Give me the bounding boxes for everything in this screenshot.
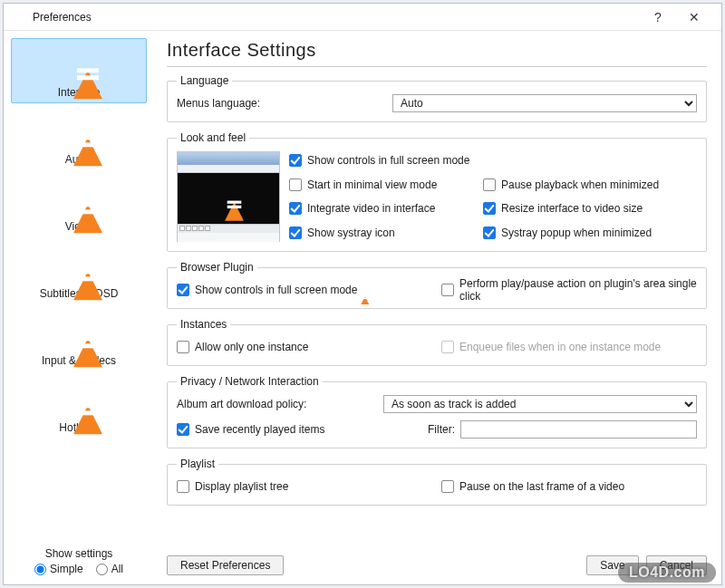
group-legend: Instances [177,318,230,331]
menus-language-select[interactable]: Auto [392,94,697,112]
interface-preview-image [177,151,280,242]
radio-all[interactable]: All [96,563,123,575]
checkbox-plugin-single-click[interactable]: Perform play/pause action on plugin's ar… [441,281,697,299]
group-legend: Browser Plugin [177,261,257,274]
checkbox-start-minimal-view[interactable]: Start in minimal view mode [289,176,479,194]
checkbox-plugin-show-controls[interactable]: Show controls in full screen mode [177,281,432,299]
checkbox-resize-interface[interactable]: Resize interface to video size [483,199,697,217]
checkbox-show-controls-fullscreen[interactable]: Show controls in full screen mode [289,151,479,169]
preferences-window: Preferences ? ✕ Interface Audio Video [3,3,722,585]
checkbox-display-playlist-tree[interactable]: Display playlist tree [177,477,432,496]
checkbox-enqueue-one-instance: Enqueue files when in one instance mode [441,338,697,356]
close-button[interactable]: ✕ [676,10,712,24]
show-settings-title: Show settings [11,547,147,560]
help-button[interactable]: ? [640,10,676,24]
checkbox-integrate-video[interactable]: Integrate video in interface [289,199,479,217]
watermark: LO4D.com [618,563,716,583]
checkbox-allow-one-instance[interactable]: Allow only one instance [177,338,432,356]
show-settings-group: Show settings Simple All [11,547,147,581]
group-legend: Look and feel [177,131,249,144]
titlebar: Preferences ? ✕ [4,4,721,31]
checkbox-show-systray-icon[interactable]: Show systray icon [289,224,479,242]
album-art-policy-select[interactable]: As soon as track is added [383,395,697,413]
sidebar-item-interface[interactable]: Interface [11,38,147,103]
sidebar-item-audio[interactable]: Audio [11,105,147,170]
category-sidebar: Interface Audio Video Subtitles & OSD In… [4,31,154,584]
sidebar-item-subtitles-osd[interactable]: Subtitles & OSD [11,239,147,304]
reset-preferences-button[interactable]: Reset Preferences [167,555,284,575]
checkbox-pause-last-frame[interactable]: Pause on the last frame of a video [441,477,697,496]
group-look-and-feel: Look and feel Show controls in full scre… [167,131,707,252]
checkbox-systray-popup-minimized[interactable]: Systray popup when minimized [483,224,697,242]
group-legend: Language [177,74,232,87]
checkbox-save-recently-played[interactable]: Save recently played items [177,420,413,439]
group-browser-plugin: Browser Plugin Show controls in full scr… [167,261,707,309]
group-legend: Privacy / Network Interaction [177,375,323,388]
sidebar-item-video[interactable]: Video [11,172,147,237]
menus-language-label: Menus language: [177,97,385,110]
group-playlist: Playlist Display playlist tree Pause on … [167,458,707,506]
album-art-policy-label: Album art download policy: [177,398,376,410]
checkbox-pause-when-minimized[interactable]: Pause playback when minimized [483,176,697,194]
sidebar-item-hotkeys[interactable]: Hotkeys [11,373,147,439]
group-language: Language Menus language: Auto [167,74,707,122]
group-privacy-network: Privacy / Network Interaction Album art … [167,375,707,448]
filter-input[interactable] [460,420,697,439]
settings-panel: Interface Settings Language Menus langua… [154,31,721,584]
window-title: Preferences [33,11,92,24]
filter-label: Filter: [419,423,455,436]
radio-simple[interactable]: Simple [34,563,83,575]
app-icon [13,10,27,24]
group-legend: Playlist [177,458,218,470]
sidebar-item-input-codecs[interactable]: Input & Codecs [11,306,147,371]
group-instances: Instances Allow only one instance Enqueu… [167,318,707,366]
page-title: Interface Settings [167,40,707,61]
